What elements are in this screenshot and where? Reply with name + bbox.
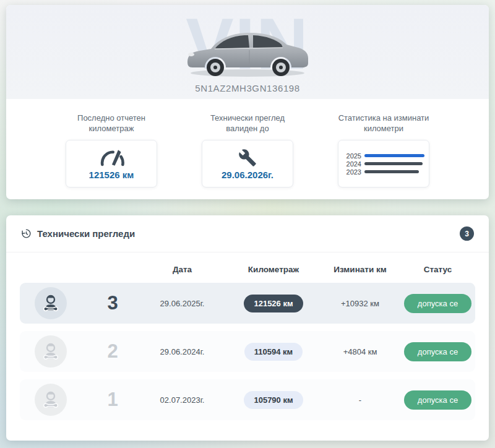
stats-row: Последно отчетен километраж 121526 км	[6, 99, 489, 187]
stat-label: Технически преглед валиден до	[210, 113, 285, 134]
chart-year-label: 2025	[343, 152, 361, 160]
car-image	[176, 16, 319, 78]
col-header-mileage: Километраж	[227, 265, 320, 274]
inspection-count-badge: 3	[460, 226, 474, 241]
inspection-date: 29.06.2024г.	[137, 347, 227, 356]
inspection-row[interactable]: 3 29.06.2025г. 121526 км +10932 км допус…	[20, 283, 475, 324]
col-header-date: Дата	[137, 265, 227, 274]
inspection-rows: 3 29.06.2025г. 121526 км +10932 км допус…	[6, 283, 489, 420]
chart-year-label: 2023	[343, 168, 361, 176]
stat-mileage-history: Статистика на изминати километри 2025 20…	[316, 113, 452, 187]
last-mileage-value: 121526 км	[89, 170, 134, 180]
inspection-row[interactable]: 2 29.06.2024г. 110594 км +4804 км допуск…	[20, 331, 475, 372]
vehicle-report-page: VIN 5N1AZ2MH3GN136198	[0, 0, 495, 448]
inspection-number: 1	[88, 389, 137, 411]
col-header-status: Статус	[400, 265, 475, 274]
inspection-number: 2	[88, 340, 137, 363]
mechanic-avatar-icon	[35, 384, 67, 416]
speedometer-icon	[98, 147, 125, 167]
mileage-badge: 110594 км	[244, 343, 303, 361]
traveled-km: +10932 км	[320, 299, 400, 308]
stat-label: Статистика на изминати километри	[338, 113, 429, 134]
mileage-chart-box: 2025 2024 2023	[338, 140, 429, 187]
chart-year-label: 2024	[343, 160, 361, 168]
inspection-date: 02.07.2023г.	[137, 395, 227, 405]
traveled-km: +4804 км	[320, 347, 400, 356]
vin-number: 5N1AZ2MH3GN136198	[6, 83, 489, 93]
col-header-traveled: Изминати км	[320, 265, 400, 274]
chart-bar-2025	[364, 154, 424, 157]
stat-last-mileage: Последно отчетен километраж 121526 км	[43, 113, 179, 187]
inspections-title: Технически прегледи	[21, 228, 135, 239]
inspection-number: 3	[88, 292, 137, 314]
inspection-valid-value: 29.06.2026г.	[222, 170, 273, 180]
chart-bar-2024	[364, 162, 423, 165]
inspection-date: 29.06.2025г.	[137, 299, 227, 308]
mechanic-avatar-icon	[35, 287, 67, 319]
stat-inspection-valid: Технически преглед валиден до 29.06.2026…	[179, 113, 316, 187]
mileage-badge: 121526 км	[244, 295, 303, 312]
traveled-km: -	[320, 395, 400, 405]
vin-hero: VIN 5N1AZ2MH3GN136198	[6, 5, 489, 99]
vehicle-summary-card: VIN 5N1AZ2MH3GN136198	[6, 5, 489, 199]
status-badge[interactable]: допуска се	[404, 294, 471, 313]
table-column-headers: Дата Километраж Изминати км Статус	[6, 252, 489, 283]
mileage-bar-chart: 2025 2024 2023	[338, 152, 429, 176]
mechanic-avatar-icon	[35, 335, 67, 368]
wrench-icon	[238, 147, 257, 167]
chart-bar-2023	[364, 170, 419, 173]
status-badge[interactable]: допуска се	[404, 390, 471, 410]
inspection-row[interactable]: 1 02.07.2023г. 105790 км - допуска се	[20, 379, 475, 420]
mileage-badge: 105790 км	[244, 391, 303, 409]
last-mileage-box: 121526 км	[66, 140, 157, 187]
inspections-card: Технически прегледи 3 Дата Километраж Из…	[6, 215, 489, 441]
inspection-valid-box: 29.06.2026г.	[202, 140, 293, 187]
history-icon	[21, 228, 32, 239]
status-badge[interactable]: допуска се	[404, 342, 471, 361]
stat-label: Последно отчетен километраж	[77, 113, 145, 134]
inspections-header: Технически прегледи 3	[6, 215, 489, 252]
